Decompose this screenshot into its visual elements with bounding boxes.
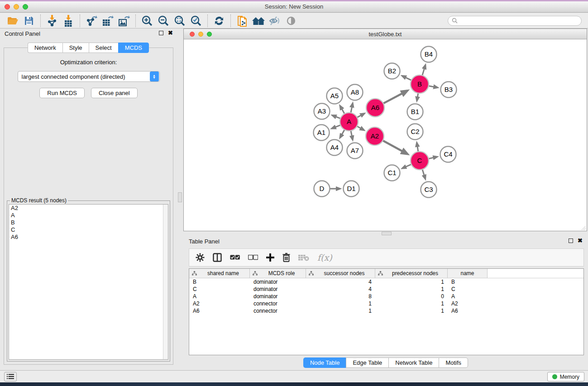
table-cell[interactable]: B: [448, 278, 488, 286]
close-panel-button[interactable]: Close panel: [91, 88, 138, 98]
table-cell[interactable]: dominator: [250, 286, 306, 293]
table-cell[interactable]: A6: [189, 307, 250, 315]
export-table-icon[interactable]: [100, 14, 116, 28]
delete-column-icon[interactable]: [282, 253, 290, 262]
table-cell[interactable]: 0: [375, 293, 448, 300]
graph-node-B4[interactable]: B4: [421, 47, 437, 62]
result-item[interactable]: A: [9, 212, 168, 219]
result-item[interactable]: A2: [9, 205, 168, 212]
graph-edge-A-A7[interactable]: [351, 131, 353, 140]
graph-node-C3[interactable]: C3: [421, 182, 437, 198]
graph-edge-C-C1[interactable]: [402, 164, 411, 168]
table-cell[interactable]: 1: [375, 278, 448, 286]
apply-layout-icon[interactable]: [211, 14, 227, 28]
table-cell[interactable]: 1: [375, 300, 448, 307]
level-of-detail-icon[interactable]: [283, 14, 299, 28]
graph-node-A8[interactable]: A8: [347, 85, 363, 100]
deselect-all-checkbox-icon[interactable]: [248, 255, 258, 260]
float-table-panel-icon[interactable]: [569, 238, 573, 243]
graph-node-A7[interactable]: A7: [347, 143, 363, 159]
graph-edge-B-B3[interactable]: [429, 86, 438, 88]
save-session-icon[interactable]: [21, 14, 37, 28]
graph-node-C4[interactable]: C4: [440, 147, 456, 162]
clone-network-icon[interactable]: [234, 14, 250, 28]
column-header-shared-name[interactable]: shared name: [189, 269, 250, 278]
window-titlebar[interactable]: Session: New Session: [0, 1, 588, 13]
table-cell[interactable]: dominator: [250, 293, 306, 300]
zoom-fit-icon[interactable]: [172, 14, 188, 28]
mcds-result-list[interactable]: A2ABCA6: [9, 204, 168, 360]
import-table-icon[interactable]: [60, 14, 76, 28]
criterion-dropdown[interactable]: largest connected component (directed) ▲…: [18, 71, 160, 82]
add-column-icon[interactable]: [266, 253, 274, 262]
table-cell[interactable]: A: [189, 293, 250, 300]
table-row[interactable]: Cdominator41C: [189, 286, 583, 293]
function-builder-icon[interactable]: f(x): [317, 253, 332, 262]
search-input[interactable]: [458, 18, 578, 24]
tab-mcds[interactable]: MCDS: [118, 43, 149, 53]
delete-table-icon[interactable]: [298, 254, 309, 261]
table-cell[interactable]: A6: [448, 307, 488, 315]
graph-node-A[interactable]: A: [340, 113, 358, 131]
table-cell[interactable]: A: [448, 293, 488, 300]
result-item[interactable]: A6: [9, 234, 168, 241]
tab-motifs[interactable]: Motifs: [439, 357, 468, 368]
table-cell[interactable]: connector: [250, 300, 306, 307]
graph-edge-C-C2[interactable]: [417, 143, 418, 152]
graph-edge-C-C3[interactable]: [422, 169, 425, 179]
select-all-checkbox-icon[interactable]: [230, 255, 240, 260]
result-list-scrollbar[interactable]: [163, 205, 168, 359]
table-row[interactable]: A2connector11A2: [189, 300, 583, 307]
graph-node-A3[interactable]: A3: [314, 104, 330, 119]
table-cell[interactable]: B: [189, 278, 250, 286]
graph-edge-A-A2[interactable]: [357, 126, 364, 130]
zoom-selected-icon[interactable]: [188, 14, 204, 28]
open-folder-icon[interactable]: [5, 14, 21, 28]
graph-node-C1[interactable]: C1: [384, 165, 400, 181]
graph-edge-B-B1[interactable]: [417, 93, 418, 101]
tab-network-table[interactable]: Network Table: [388, 357, 439, 368]
graph-node-A5[interactable]: A5: [327, 88, 343, 104]
column-header-name[interactable]: name: [448, 269, 488, 278]
result-item[interactable]: C: [9, 226, 168, 234]
graph-node-B2[interactable]: B2: [384, 63, 400, 79]
table-cell[interactable]: dominator: [250, 278, 306, 286]
export-image-icon[interactable]: [116, 14, 132, 28]
close-panel-icon[interactable]: ✖: [168, 31, 173, 35]
home-icon[interactable]: [250, 14, 267, 28]
import-network-icon[interactable]: [44, 14, 60, 28]
graph-edge-A-A8[interactable]: [351, 103, 353, 113]
table-cell[interactable]: A2: [448, 300, 488, 307]
memory-button[interactable]: Memory: [547, 372, 584, 381]
node-table[interactable]: shared nameMCDS rolesuccessor nodesprede…: [189, 268, 584, 355]
table-cell[interactable]: C: [189, 286, 250, 293]
column-browser-icon[interactable]: [213, 253, 222, 262]
zoom-in-icon[interactable]: [139, 14, 155, 28]
column-header-successor-nodes[interactable]: successor nodes: [306, 269, 375, 278]
graph-node-A2[interactable]: A2: [366, 127, 384, 145]
graph-edge-B-B2[interactable]: [402, 76, 411, 81]
result-item[interactable]: B: [9, 219, 168, 226]
graph-edge-A-A4[interactable]: [340, 129, 344, 138]
search-field[interactable]: [448, 16, 582, 26]
zoom-out-icon[interactable]: [155, 14, 172, 28]
graph-node-A6[interactable]: A6: [366, 99, 384, 117]
table-cell[interactable]: A2: [189, 300, 250, 307]
table-row[interactable]: A6connector11A6: [189, 307, 583, 315]
graph-edge-C-C4[interactable]: [429, 157, 437, 158]
tab-edge-table[interactable]: Edge Table: [346, 357, 388, 368]
graph-node-B1[interactable]: B1: [407, 104, 423, 120]
table-cell[interactable]: 1: [375, 307, 448, 315]
vertical-split-handle[interactable]: [178, 192, 182, 202]
tab-network[interactable]: Network: [28, 43, 62, 53]
graph-edge-A-A1[interactable]: [332, 125, 340, 129]
network-window-titlebar[interactable]: testGlobe.txt: [184, 29, 587, 39]
tab-select[interactable]: Select: [89, 43, 118, 53]
graph-node-B[interactable]: B: [411, 75, 429, 93]
hide-graphics-details-icon[interactable]: [267, 14, 283, 28]
close-table-panel-icon[interactable]: ✖: [578, 238, 583, 243]
table-cell[interactable]: 1: [306, 300, 375, 307]
graph-node-D[interactable]: D: [314, 181, 330, 197]
graph-node-C2[interactable]: C2: [407, 124, 423, 140]
graph-edge-A-A5[interactable]: [340, 106, 344, 114]
